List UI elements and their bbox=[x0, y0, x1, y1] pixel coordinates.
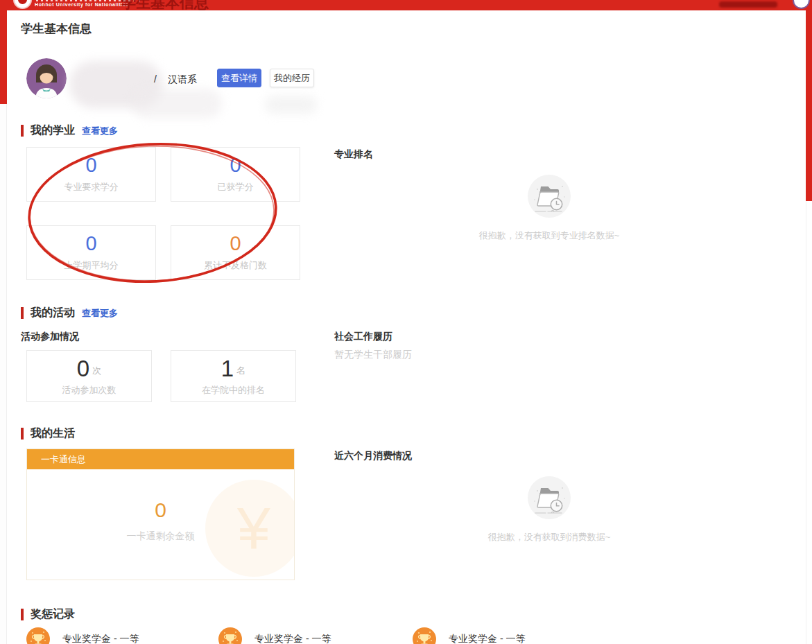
empty-folder-icon bbox=[526, 475, 572, 521]
activities-view-more-link[interactable]: 查看更多 bbox=[82, 307, 118, 320]
section-accent-bar bbox=[21, 428, 24, 440]
stat-value: 0 bbox=[27, 155, 155, 175]
stat-label: 已获学分 bbox=[171, 181, 300, 193]
redacted-info-blur bbox=[132, 89, 222, 118]
college-rank-unit: 名 bbox=[236, 365, 245, 377]
stat-label: 专业要求学分 bbox=[27, 181, 155, 193]
page-background-stripe-right bbox=[806, 10, 812, 201]
stat-value: 0 bbox=[171, 234, 300, 254]
college-rank-card: 1 名 在学院中的排名 bbox=[171, 350, 296, 402]
header-username-redacted[interactable] bbox=[719, 1, 777, 8]
activities-section-title: 我的活动 bbox=[31, 306, 75, 320]
stat-label: 上学期平均分 bbox=[27, 259, 155, 272]
medal-icon bbox=[413, 627, 436, 644]
life-section-header: 我的生活 bbox=[21, 426, 75, 441]
university-name-english: Hohhot University for Nationalities bbox=[35, 2, 129, 7]
consumption-empty-text: 很抱歉，没有获取到消费数据~ bbox=[437, 531, 662, 543]
stat-card-semester-average: 0 上学期平均分 bbox=[26, 225, 156, 280]
redacted-small-blur bbox=[265, 96, 317, 114]
social-work-title: 社会工作履历 bbox=[334, 331, 392, 343]
award-label: 专业奖学金 - 一等 bbox=[449, 633, 525, 644]
content-edge-left bbox=[0, 104, 7, 644]
department-separator: / bbox=[154, 73, 157, 86]
university-seal-logo bbox=[13, 0, 32, 9]
activity-count-unit: 次 bbox=[92, 365, 101, 377]
top-header-bar: Hohhot University for Nationalities 学生基本… bbox=[0, 0, 812, 10]
award-label: 专业奖学金 - 一等 bbox=[62, 633, 139, 644]
consumption-title: 近六个月消费情况 bbox=[334, 450, 412, 462]
activity-count-card: 0 次 活动参加次数 bbox=[26, 350, 152, 402]
activity-count-label: 活动参加次数 bbox=[27, 384, 151, 397]
section-accent-bar bbox=[21, 307, 24, 319]
social-work-empty-text: 暂无学生干部履历 bbox=[334, 349, 412, 361]
page-title: 学生基本信息 bbox=[21, 21, 92, 37]
header-user-avatar[interactable] bbox=[793, 0, 810, 9]
stat-label: 累计不及格门数 bbox=[171, 259, 300, 272]
major-ranking-title: 专业排名 bbox=[334, 148, 373, 161]
view-details-button[interactable]: 查看详情 bbox=[217, 69, 261, 87]
participation-title: 活动参加情况 bbox=[21, 331, 79, 343]
major-ranking-empty-text: 很抱歉，没有获取到专业排名数据~ bbox=[437, 229, 662, 242]
stat-card-required-credits: 0 专业要求学分 bbox=[26, 147, 156, 202]
academics-section-header: 我的学业 查看更多 bbox=[21, 123, 118, 138]
campus-card-panel: 一卡通信息 ¥ 0 一卡通剩余金额 bbox=[26, 449, 295, 580]
section-accent-bar bbox=[21, 609, 24, 620]
yuan-watermark-icon: ¥ bbox=[205, 480, 295, 577]
activities-section-header: 我的活动 查看更多 bbox=[21, 306, 118, 320]
activity-count-value: 0 bbox=[77, 357, 89, 380]
college-rank-label: 在学院中的排名 bbox=[171, 384, 295, 397]
medal-icon bbox=[26, 627, 50, 644]
awards-section-title: 奖惩记录 bbox=[31, 607, 75, 622]
academics-view-more-link[interactable]: 查看更多 bbox=[82, 125, 118, 137]
awards-section-header: 奖惩记录 bbox=[21, 607, 75, 622]
student-avatar bbox=[26, 58, 67, 98]
award-item: 专业奖学金 - 一等 bbox=[26, 627, 139, 644]
stat-value: 0 bbox=[27, 234, 155, 254]
stat-card-failed-courses: 0 累计不及格门数 bbox=[171, 225, 300, 280]
header-title: 学生基本信息 bbox=[121, 0, 209, 10]
section-accent-bar bbox=[21, 125, 24, 137]
college-rank-value: 1 bbox=[221, 357, 234, 380]
life-section-title: 我的生活 bbox=[31, 426, 75, 441]
academics-section-title: 我的学业 bbox=[31, 123, 75, 138]
award-item: 专业奖学金 - 一等 bbox=[218, 627, 331, 644]
department-name: 汉语系 bbox=[168, 73, 197, 86]
award-item: 专业奖学金 - 一等 bbox=[413, 627, 525, 644]
avatar-woman-illustration bbox=[26, 58, 67, 98]
department-line: / 汉语系 bbox=[154, 73, 197, 86]
stat-value: 0 bbox=[171, 155, 300, 175]
medal-icon bbox=[218, 627, 242, 644]
campus-card-header: 一卡通信息 bbox=[27, 449, 294, 469]
page-background-stripe-left bbox=[0, 10, 7, 104]
content-edge-right bbox=[806, 201, 812, 644]
award-label: 专业奖学金 - 一等 bbox=[254, 633, 331, 644]
stat-card-earned-credits: 0 已获学分 bbox=[171, 147, 300, 202]
empty-folder-icon bbox=[526, 173, 572, 219]
my-experience-button[interactable]: 我的经历 bbox=[270, 69, 314, 87]
